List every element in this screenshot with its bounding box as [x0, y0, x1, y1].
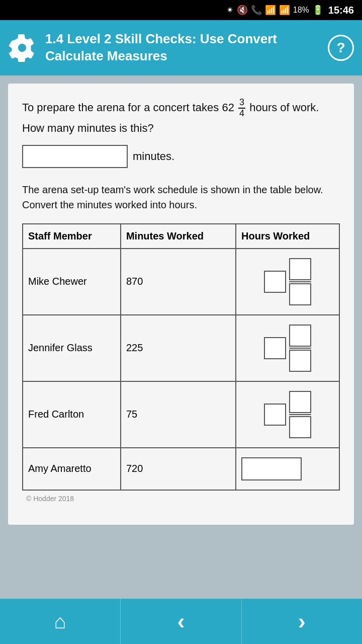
denominator-input[interactable] [289, 283, 311, 305]
signal-icon: 📶 [279, 5, 290, 16]
work-table: Staff Member Minutes Worked Hours Worked… [22, 223, 340, 491]
answer-row: minutes. [22, 145, 340, 168]
home-icon: ⌂ [54, 610, 66, 633]
table-row: Amy Amaretto 720 [23, 448, 339, 490]
question-text: To prepare the arena for a concert takes… [22, 98, 340, 119]
content-card: To prepare the arena for a concert takes… [8, 84, 354, 525]
battery-level: 18% [293, 6, 309, 15]
question-part1: To prepare the arena for a concert takes… [22, 101, 234, 114]
minutes-input[interactable] [22, 145, 128, 168]
table-row: Mike Chewer 870 [23, 249, 339, 315]
minutes-value: 720 [121, 448, 236, 490]
fraction-input [241, 258, 334, 305]
table-row: Fred Carlton 75 [23, 381, 339, 448]
home-button[interactable]: ⌂ [0, 599, 121, 644]
wifi-icon: 📶 [265, 5, 276, 16]
hours-whole-input[interactable] [241, 457, 302, 480]
minutes-value: 225 [121, 315, 236, 381]
question-sub: How many minutes is this? [22, 122, 340, 135]
numerator-input[interactable] [289, 325, 311, 347]
minutes-label: minutes. [133, 150, 174, 163]
gear-icon [8, 34, 36, 62]
bottom-nav: ⌂ ‹ › [0, 599, 362, 644]
question-part2: hours of work. [249, 101, 319, 114]
copyright: © Hodder 2018 [22, 491, 340, 505]
hours-cell [236, 448, 339, 490]
forward-button[interactable]: › [242, 599, 362, 644]
staff-name: Jennifer Glass [23, 315, 121, 381]
fraction-line [289, 348, 311, 349]
forward-icon: › [298, 609, 306, 634]
fraction-input [241, 325, 334, 372]
hours-cell [236, 315, 339, 381]
app-header: 1.4 Level 2 Skill Checks: Use Convert Ca… [0, 20, 362, 75]
minutes-value: 75 [121, 381, 236, 448]
fraction-numerator: 3 [238, 98, 245, 109]
staff-name: Fred Carlton [23, 381, 121, 448]
help-button[interactable]: ? [328, 35, 354, 61]
col-header-minutes: Minutes Worked [121, 224, 236, 249]
minutes-value: 870 [121, 249, 236, 315]
mute-icon: 🔇 [237, 5, 248, 16]
status-icons: ✴ 🔇 📞 📶 📶 18% 🔋 [226, 5, 323, 16]
denominator-input[interactable] [289, 350, 311, 372]
col-header-hours: Hours Worked [236, 224, 339, 249]
table-row: Jennifer Glass 225 [23, 315, 339, 381]
page-title: 1.4 Level 2 Skill Checks: Use Convert Ca… [45, 31, 319, 65]
table-intro: The arena set-up team's work schedule is… [22, 182, 340, 212]
whole-input[interactable] [264, 271, 286, 293]
back-button[interactable]: ‹ [121, 599, 241, 644]
content-wrapper: To prepare the arena for a concert takes… [0, 75, 362, 599]
hours-cell [236, 249, 339, 315]
fraction-denominator: 4 [238, 109, 245, 119]
whole-input[interactable] [264, 337, 286, 359]
denominator-input[interactable] [289, 416, 311, 438]
hours-cell [236, 381, 339, 448]
fraction-line [289, 281, 311, 282]
numerator-input[interactable] [289, 258, 311, 280]
numerator-input[interactable] [289, 391, 311, 413]
battery-icon: 🔋 [312, 5, 323, 16]
col-header-staff: Staff Member [23, 224, 121, 249]
whole-input[interactable] [264, 404, 286, 426]
staff-name: Amy Amaretto [23, 448, 121, 490]
back-icon: ‹ [177, 609, 185, 634]
fraction-input [241, 391, 334, 438]
fraction-line [289, 414, 311, 415]
status-bar: ✴ 🔇 📞 📶 📶 18% 🔋 15:46 [0, 0, 362, 20]
clock: 15:46 [328, 5, 354, 16]
call-icon: 📞 [251, 5, 262, 16]
fraction: 3 4 [238, 98, 245, 119]
bluetooth-icon: ✴ [226, 5, 234, 16]
staff-name: Mike Chewer [23, 249, 121, 315]
